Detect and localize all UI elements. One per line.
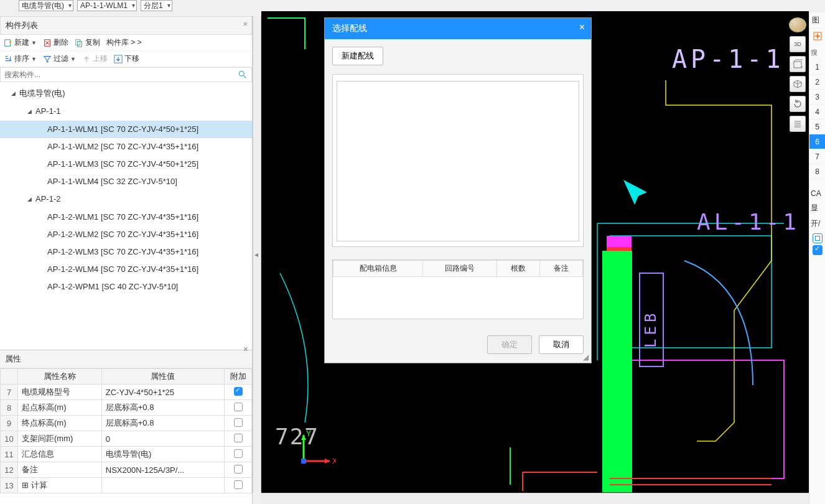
wiring-info-table[interactable]: 配电箱信息回路编号根数备注 (332, 259, 584, 319)
view-iso-button[interactable] (790, 76, 806, 92)
move-down-button[interactable]: 下移 (114, 54, 139, 64)
prop-attach[interactable] (225, 385, 252, 400)
dialog-close-icon[interactable]: × (579, 22, 585, 33)
property-row[interactable]: 11汇总信息电缆导管(电) (1, 447, 252, 462)
combo-layer[interactable]: 分层1 (141, 0, 172, 11)
arrow-down-icon (114, 55, 123, 63)
checkbox-icon[interactable] (234, 387, 243, 396)
component-library-button[interactable]: 构件库 > > (106, 37, 142, 48)
prop-attach[interactable] (225, 478, 252, 493)
toggle-checked[interactable] (813, 245, 823, 255)
component-list-title: 构件列表 × (0, 16, 252, 35)
layers-button[interactable] (790, 116, 806, 132)
wiring-list-inner (337, 81, 579, 241)
al-label: AL-1-1 (697, 209, 800, 235)
property-row[interactable]: 12备注NSX200N-125A/3P/... (1, 462, 252, 478)
wiring-list-box[interactable] (332, 74, 584, 247)
toolbar-row-2: 排序▼ 过滤▼ 上移 下移 (0, 51, 252, 67)
prop-attach[interactable] (225, 462, 252, 478)
layer-row-6[interactable]: 6 (809, 134, 825, 149)
prop-value[interactable]: 层底标高+0.8 (101, 416, 224, 431)
layer-row-2[interactable]: 2 (809, 75, 825, 90)
checkbox-icon[interactable] (234, 465, 243, 474)
prop-attach[interactable] (225, 431, 252, 447)
canvas-horizontal-scrollbar[interactable] (261, 493, 809, 504)
prop-value[interactable]: ZC-YJV-4*50+1*25 (101, 385, 224, 400)
sort-button[interactable]: 排序▼ (4, 54, 37, 64)
new-wiring-button[interactable]: 新建配线 (332, 47, 383, 65)
prop-attach[interactable] (225, 447, 252, 462)
tree-item[interactable]: AP-1-2-WLM4 [SC 70 ZC-YJV-4*35+1*16] (0, 261, 252, 278)
search-icon[interactable] (238, 70, 247, 81)
view-front-button[interactable] (790, 56, 806, 72)
layer-row-5[interactable]: 5 (809, 119, 825, 134)
combo-component[interactable]: AP-1-1-WLM1 (77, 0, 137, 11)
svg-text:X: X (332, 457, 336, 465)
filter-icon (43, 55, 52, 63)
tree-item[interactable]: AP-1-1 (0, 103, 252, 121)
checkbox-icon[interactable] (234, 403, 243, 411)
copy-button[interactable]: 复制 (75, 37, 100, 48)
col-attach: 附加 (225, 369, 252, 385)
toggle-outline[interactable] (813, 233, 823, 243)
tree-item[interactable]: AP-1-2 (0, 190, 252, 208)
layer-row-4[interactable]: 4 (809, 105, 825, 119)
prop-value[interactable]: 电缆导管(电) (101, 447, 224, 462)
delete-button[interactable]: 删除 (43, 37, 68, 48)
checkbox-icon[interactable] (234, 418, 243, 427)
tree-item[interactable]: AP-1-2-WPM1 [SC 40 ZC-YJV-5*10] (0, 278, 252, 296)
layer-row-8[interactable]: 8 (809, 164, 825, 179)
layer-row-1[interactable]: 1 (809, 60, 825, 75)
prop-value[interactable]: NSX200N-125A/3P/... (101, 462, 224, 478)
prop-value[interactable] (101, 478, 224, 493)
tree-item[interactable]: AP-1-1-WLM4 [SC 32 ZC-YJV-5*10] (0, 173, 252, 190)
combo-category[interactable]: 电缆导管(电) (19, 0, 73, 11)
property-row[interactable]: 10支架间距(mm)0 (1, 431, 252, 447)
ap-label: AP-1-1 (672, 45, 785, 73)
tree-item[interactable]: AP-1-1-WLM2 [SC 70 ZC-YJV-4*35+1*16] (0, 138, 252, 156)
dialog-titlebar[interactable]: 选择配线 × (325, 18, 591, 39)
prop-value[interactable]: 层底标高+0.8 (101, 400, 224, 416)
property-row[interactable]: 13⊞ 计算 (1, 478, 252, 493)
checkbox-icon[interactable] (234, 449, 243, 458)
filter-button[interactable]: 过滤▼ (43, 54, 76, 64)
view-3d-button[interactable]: 3D (790, 36, 806, 52)
new-button[interactable]: 新建▼ (4, 37, 37, 48)
tree-item[interactable]: AP-1-2-WLM1 [SC 70 ZC-YJV-4*35+1*16] (0, 208, 252, 226)
tree-item[interactable]: 电缆导管(电) (0, 85, 252, 103)
close-icon[interactable]: × (243, 344, 248, 354)
checkbox-icon[interactable] (234, 434, 243, 442)
checkbox-icon[interactable] (234, 480, 243, 489)
dialog-title-text: 选择配线 (332, 23, 367, 33)
resize-grip-icon[interactable]: ◢ (583, 353, 589, 362)
layer-row-3[interactable]: 3 (809, 90, 825, 105)
tree-item[interactable]: AP-1-2-WLM3 [SC 70 ZC-YJV-4*35+1*16] (0, 243, 252, 261)
component-tree[interactable]: 电缆导管(电)AP-1-1AP-1-1-WLM1 [SC 70 ZC-YJV-4… (0, 82, 252, 312)
left-panel: 构件列表 × 新建▼ 删除 复制 构件库 > > 排序▼ 过滤▼ 上移 (0, 16, 253, 504)
tree-item[interactable]: AP-1-1-WLM1 [SC 70 ZC-YJV-4*50+1*25] (0, 121, 252, 138)
close-icon[interactable]: × (243, 19, 248, 29)
tree-item[interactable]: AP-1-1-WLM3 [SC 70 ZC-YJV-4*50+1*25] (0, 156, 252, 173)
axis-gizmo: X Y (292, 429, 336, 474)
search-row (0, 67, 252, 82)
search-input[interactable] (0, 67, 252, 82)
col-name: 属性名称 (18, 369, 102, 385)
prop-name: 汇总信息 (18, 447, 102, 462)
property-row[interactable]: 9终点标高(m)层底标高+0.8 (1, 416, 252, 431)
rotate-button[interactable] (790, 96, 806, 112)
tree-item[interactable]: AP-1-2-WLM2 [SC 70 ZC-YJV-4*35+1*16] (0, 226, 252, 243)
prop-attach[interactable] (225, 400, 252, 416)
strip-search[interactable]: 搜 (809, 45, 825, 60)
property-row[interactable]: 8起点标高(m)层底标高+0.8 (1, 400, 252, 416)
layer-row-7[interactable]: 7 (809, 149, 825, 164)
prop-attach[interactable] (225, 416, 252, 431)
properties-table[interactable]: 属性名称 属性值 附加 7电缆规格型号ZC-YJV-4*50+1*258起点标高… (0, 368, 252, 493)
property-row[interactable]: 7电缆规格型号ZC-YJV-4*50+1*25 (1, 385, 252, 400)
prop-value[interactable]: 0 (101, 431, 224, 447)
orange-plus-icon[interactable] (809, 29, 825, 45)
collapse-left-icon[interactable]: ◂ (254, 250, 258, 259)
cancel-button[interactable]: 取消 (539, 335, 584, 354)
splitter[interactable]: ◂ (253, 16, 261, 493)
orbit-icon[interactable] (789, 17, 806, 32)
new-icon (4, 39, 12, 47)
